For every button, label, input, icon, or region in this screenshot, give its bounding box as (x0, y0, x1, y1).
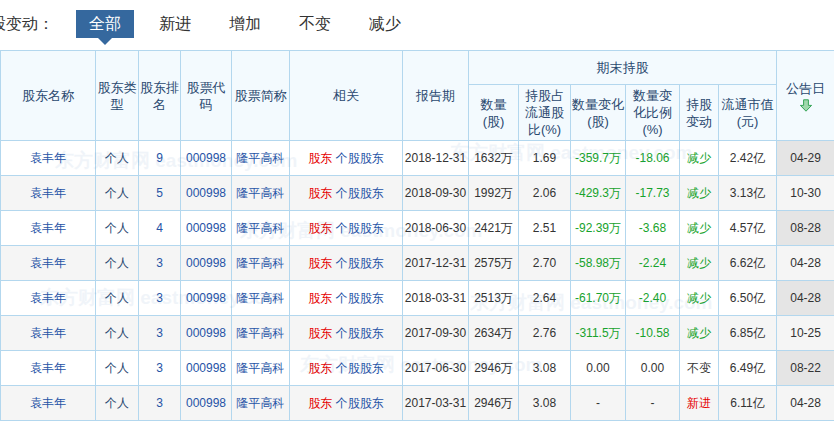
tab-decrease[interactable]: 减少 (369, 10, 401, 38)
report-period: 2018-09-30 (403, 176, 469, 211)
col-header-stock-code: 股票代码 (181, 51, 232, 141)
col-header-announce-date[interactable]: 公告日 (777, 51, 834, 141)
stock-related-link[interactable]: 个股股东 (336, 186, 384, 200)
stock-code-link[interactable]: 000998 (186, 291, 226, 305)
quantity-change: -58.98万 (571, 246, 626, 281)
shareholder-name-link[interactable]: 袁丰年 (30, 221, 66, 235)
shareholder-type: 个人 (96, 141, 139, 176)
stock-related-link[interactable]: 个股股东 (336, 361, 384, 375)
announce-date-label: 公告日 (786, 81, 825, 96)
stock-name-link[interactable]: 隆平高科 (237, 151, 285, 165)
shareholder-type: 个人 (96, 176, 139, 211)
announce-date: 04-28 (777, 386, 834, 421)
stock-code-link[interactable]: 000998 (186, 256, 226, 270)
quantity-change: - (571, 386, 626, 421)
stock-related-link[interactable]: 个股股东 (336, 151, 384, 165)
stock-code-link[interactable]: 000998 (186, 186, 226, 200)
stock-code-cell: 000998 (181, 141, 232, 176)
shareholder-name-cell: 袁丰年 (1, 351, 96, 386)
filter-label-text: 持股变动： (0, 14, 54, 35)
stock-related-link[interactable]: 个股股东 (336, 221, 384, 235)
shareholder-name-cell: 袁丰年 (1, 281, 96, 316)
stock-related-link[interactable]: 个股股东 (336, 396, 384, 410)
stock-code-link[interactable]: 000998 (186, 221, 226, 235)
table-row: 袁丰年个人5000998隆平高科股东 个股股东2018-09-301992万2.… (1, 176, 834, 211)
float-ratio: 1.69 (519, 141, 571, 176)
tab-new[interactable]: 新进 (159, 10, 191, 38)
announce-date: 04-29 (777, 141, 834, 176)
related-cell: 股东 个股股东 (290, 316, 403, 351)
shareholder-name-link[interactable]: 袁丰年 (30, 186, 66, 200)
shareholder-name-link[interactable]: 袁丰年 (30, 256, 66, 270)
shareholder-rank: 3 (139, 386, 181, 421)
stock-code-cell: 000998 (181, 211, 232, 246)
sort-desc-icon[interactable] (778, 99, 833, 112)
shareholder-name-link[interactable]: 袁丰年 (30, 151, 66, 165)
stock-related-link[interactable]: 个股股东 (336, 256, 384, 270)
market-value: 4.57亿 (719, 211, 777, 246)
announce-date: 10-25 (777, 316, 834, 351)
stock-related-link[interactable]: 个股股东 (336, 326, 384, 340)
filter-label: 持股变动： (0, 14, 64, 35)
tab-increase[interactable]: 增加 (229, 10, 261, 38)
shareholder-type: 个人 (96, 246, 139, 281)
shareholder-type: 个人 (96, 316, 139, 351)
related-cell: 股东 个股股东 (290, 211, 403, 246)
change-ratio: - (626, 386, 680, 421)
shareholder-related-link[interactable]: 股东 (308, 186, 332, 200)
stock-name-link[interactable]: 隆平高科 (237, 326, 285, 340)
float-ratio: 2.70 (519, 246, 571, 281)
tab-all[interactable]: 全部 (76, 10, 134, 38)
quantity: 1632万 (469, 141, 519, 176)
market-value: 6.49亿 (719, 351, 777, 386)
quantity-change: 0.00 (571, 351, 626, 386)
stock-code-cell: 000998 (181, 281, 232, 316)
col-header-change-ratio: 数量变化比例(%) (626, 85, 680, 141)
quantity-change: -61.70万 (571, 281, 626, 316)
stock-code-link[interactable]: 000998 (186, 396, 226, 410)
stock-name-link[interactable]: 隆平高科 (237, 221, 285, 235)
shareholder-related-link[interactable]: 股东 (308, 151, 332, 165)
stock-name-cell: 隆平高科 (232, 386, 290, 421)
shareholder-name-link[interactable]: 袁丰年 (30, 396, 66, 410)
quantity: 2946万 (469, 351, 519, 386)
stock-code-link[interactable]: 000998 (186, 326, 226, 340)
stock-name-cell: 隆平高科 (232, 141, 290, 176)
related-cell: 股东 个股股东 (290, 386, 403, 421)
shareholder-name-link[interactable]: 袁丰年 (30, 326, 66, 340)
quantity: 2421万 (469, 211, 519, 246)
change-ratio: -10.58 (626, 316, 680, 351)
shareholder-related-link[interactable]: 股东 (308, 256, 332, 270)
stock-name-link[interactable]: 隆平高科 (237, 396, 285, 410)
report-period: 2018-12-31 (403, 141, 469, 176)
change-ratio: -2.40 (626, 281, 680, 316)
holding-change: 减少 (680, 246, 719, 281)
shareholder-related-link[interactable]: 股东 (308, 291, 332, 305)
col-header-shareholder-rank: 股东排名 (139, 51, 181, 141)
shareholder-related-link[interactable]: 股东 (308, 326, 332, 340)
table-row: 袁丰年个人3000998隆平高科股东 个股股东2018-03-312513万2.… (1, 281, 834, 316)
report-period: 2017-06-30 (403, 351, 469, 386)
stock-code-link[interactable]: 000998 (186, 361, 226, 375)
shareholder-related-link[interactable]: 股东 (308, 396, 332, 410)
col-header-holding-change: 持股变动 (680, 85, 719, 141)
shareholder-related-link[interactable]: 股东 (308, 221, 332, 235)
stock-name-link[interactable]: 隆平高科 (237, 291, 285, 305)
stock-name-link[interactable]: 隆平高科 (237, 361, 285, 375)
holding-change: 减少 (680, 316, 719, 351)
stock-name-link[interactable]: 隆平高科 (237, 256, 285, 270)
filter-tabs: 全部 新进 增加 不变 减少 (89, 10, 401, 38)
shareholder-related-link[interactable]: 股东 (308, 361, 332, 375)
col-header-shareholder-type: 股东类型 (96, 51, 139, 141)
stock-code-cell: 000998 (181, 316, 232, 351)
table-row: 袁丰年个人3000998隆平高科股东 个股股东2017-12-312575万2.… (1, 246, 834, 281)
stock-code-link[interactable]: 000998 (186, 151, 226, 165)
table-row: 袁丰年个人3000998隆平高科股东 个股股东2017-03-312946万3.… (1, 386, 834, 421)
stock-code-cell: 000998 (181, 386, 232, 421)
table-row: 袁丰年个人4000998隆平高科股东 个股股东2018-06-302421万2.… (1, 211, 834, 246)
shareholder-name-link[interactable]: 袁丰年 (30, 291, 66, 305)
shareholder-name-link[interactable]: 袁丰年 (30, 361, 66, 375)
tab-unchanged[interactable]: 不变 (299, 10, 331, 38)
stock-related-link[interactable]: 个股股东 (336, 291, 384, 305)
stock-name-link[interactable]: 隆平高科 (237, 186, 285, 200)
